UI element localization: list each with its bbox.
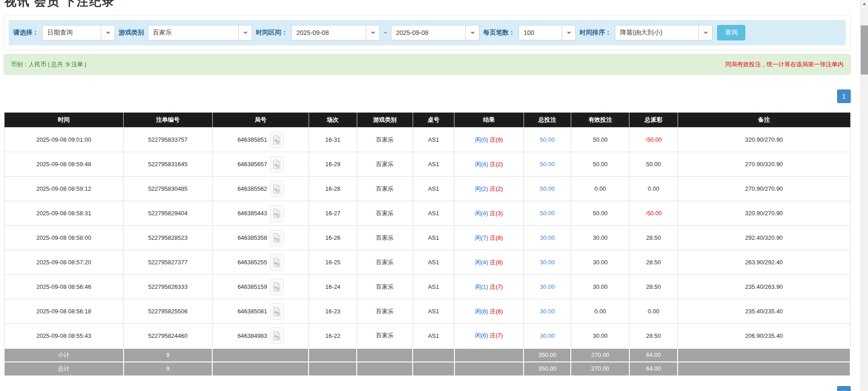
video-replay-button[interactable] (270, 205, 284, 222)
total-bet-link[interactable]: 50.00 (540, 161, 555, 168)
per-page-select[interactable]: 100 (519, 25, 576, 40)
payout-value: -50.00 (645, 210, 662, 217)
per-page-value: 100 (519, 25, 562, 40)
game-type-select[interactable]: 百家乐 (148, 25, 252, 40)
total-bet-link[interactable]: 50.00 (540, 210, 555, 217)
chevron-down-icon (238, 25, 252, 40)
result-player: 闲(0) (475, 136, 488, 143)
sort-label: 时间排序： (579, 29, 611, 37)
pagination-top: 1 (4, 89, 851, 103)
date-to-select[interactable]: 2025-09-08 (391, 25, 479, 40)
game-type-value: 百家乐 (148, 25, 238, 40)
query-type-select[interactable]: 日期查询 (42, 25, 115, 40)
cell-session: 16-31 (309, 128, 357, 152)
video-replay-button[interactable] (270, 327, 284, 344)
table-row: 2025-09-08 08:56:46 522795826333 6463851… (4, 275, 850, 299)
cell-valid-bet: 0.00 (571, 177, 629, 201)
range-separator: ~ (384, 29, 387, 36)
cell-valid-bet: 50.00 (571, 128, 629, 152)
date-from-select[interactable]: 2025-09-08 (291, 25, 380, 40)
table-row: 2025-09-08 08:59:12 522795830485 6463855… (4, 177, 850, 201)
cell-result: 闲(4) 庄(2) (454, 152, 524, 177)
cell-session: 16-25 (309, 250, 357, 275)
video-replay-button[interactable] (270, 132, 284, 148)
summary-payout: 64.00 (629, 362, 678, 376)
video-replay-button[interactable] (270, 254, 284, 271)
total-bet-link[interactable]: 50.00 (540, 185, 555, 192)
vertical-scrollbar[interactable] (860, 0, 868, 391)
result-banker: 庄(7) (490, 283, 503, 290)
table-row: 2025-09-08 08:56:18 522795825506 6463850… (4, 299, 850, 324)
chevron-down-icon (698, 25, 712, 40)
cell-note: 270.90/270.90 (678, 177, 850, 201)
cell-round-id: 646385562 (212, 177, 309, 201)
sort-select[interactable]: 降冪(由大到小) (615, 25, 713, 40)
cell-session: 16-24 (309, 275, 357, 299)
page-1-button[interactable]: 1 (837, 89, 851, 103)
header-bet-id: 注单编号 (124, 113, 213, 128)
cell-game-type: 百家乐 (357, 128, 413, 152)
game-type-label: 游戏类别 (119, 29, 144, 37)
video-file-icon (272, 159, 281, 169)
cell-note: 263.90/292.40 (678, 250, 850, 275)
total-bet-link[interactable]: 50.00 (540, 136, 555, 143)
summary-valid-bet: 270.00 (571, 362, 629, 376)
cell-total-bet: 30.00 (524, 299, 571, 324)
video-file-icon (272, 233, 281, 243)
cell-time: 2025-09-08 08:58:31 (4, 201, 124, 226)
video-replay-button[interactable] (270, 303, 284, 320)
scroll-up-button[interactable] (861, 0, 868, 8)
page-1-button-bottom[interactable]: 1 (837, 386, 851, 391)
page-title: 视讯 会员 下注纪录 (5, 0, 851, 10)
cell-round-id: 646385255 (212, 250, 309, 275)
payout-value: 28.50 (646, 283, 661, 290)
filter-bar: 请选择： 日期查询 游戏类别 百家乐 时间区间： 2025-09-08 ~ 20… (9, 20, 846, 45)
total-bet-link[interactable]: 30.00 (540, 332, 555, 339)
scrollbar-thumb[interactable] (861, 25, 868, 74)
video-replay-button[interactable] (270, 181, 284, 197)
total-bet-link[interactable]: 30.00 (540, 308, 555, 315)
summary-valid-bet: 270.00 (571, 348, 629, 362)
cell-time: 2025-09-08 08:55:43 (4, 324, 124, 348)
payout-value: 50.00 (646, 161, 661, 168)
video-replay-button[interactable] (270, 279, 284, 295)
total-bet-link[interactable]: 30.00 (540, 283, 555, 290)
video-file-icon (272, 282, 281, 292)
video-file-icon (272, 331, 281, 341)
result-player: 闲(4) (475, 210, 488, 217)
header-time: 时间 (4, 113, 124, 128)
cell-session: 16-28 (309, 177, 357, 201)
cell-total-bet: 50.00 (524, 128, 571, 152)
cell-note: 320.90/270.90 (678, 201, 850, 226)
cell-payout: -50.00 (629, 128, 678, 152)
video-replay-button[interactable] (270, 230, 284, 246)
result-player: 闲(4) (475, 161, 488, 168)
cell-payout: -50.00 (629, 201, 678, 226)
cell-bet-id: 522795828523 (124, 226, 213, 250)
round-id-text: 646385657 (238, 161, 267, 168)
cell-result: 闲(4) 庄(3) (454, 201, 524, 226)
table-header: 时间 注单编号 局号 场次 游戏类别 桌号 结果 总投注 有效投注 总派彩 备注 (4, 113, 850, 128)
header-note: 备注 (678, 113, 850, 128)
chevron-down-icon (101, 25, 115, 40)
cell-time: 2025-09-08 08:58:00 (4, 226, 124, 250)
cell-table-no: AS1 (413, 226, 454, 250)
total-row: 总计 9 350.00 270.00 64.00 (4, 362, 850, 376)
table-body: 2025-09-08 09:01:00 522795833757 6463858… (4, 128, 850, 376)
header-total-bet: 总投注 (524, 113, 571, 128)
query-type-value: 日期查询 (43, 25, 101, 40)
total-bet-link[interactable]: 30.00 (540, 259, 555, 266)
search-button[interactable]: 查询 (717, 25, 745, 40)
result-player: 闲(7) (475, 234, 488, 241)
page-content: 视讯 会员 下注纪录 请选择： 日期查询 游戏类别 百家乐 时间区间： 2025… (4, 0, 851, 376)
payout-value: -50.00 (645, 136, 662, 143)
cell-time: 2025-09-08 08:57:20 (4, 250, 124, 275)
result-banker: 庄(2) (490, 185, 503, 192)
cell-round-id: 646384983 (212, 324, 309, 348)
filter-panel: 请选择： 日期查询 游戏类别 百家乐 时间区间： 2025-09-08 ~ 20… (4, 15, 851, 50)
header-result: 结果 (454, 113, 524, 128)
table-row: 2025-09-08 08:58:31 522795829404 6463854… (4, 201, 850, 226)
cell-valid-bet: 30.00 (571, 275, 629, 299)
video-replay-button[interactable] (270, 156, 284, 173)
total-bet-link[interactable]: 30.00 (540, 234, 555, 241)
